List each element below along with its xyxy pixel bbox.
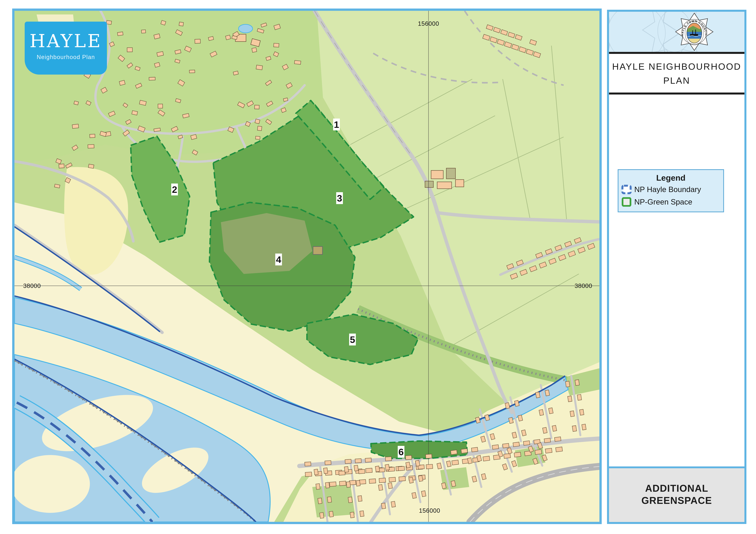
logo-title: HAYLE	[25, 32, 107, 50]
pond	[238, 24, 253, 33]
hayle-logo: HAYLE Neighbourhood Plan	[25, 22, 107, 75]
legend-item-boundary: NP Hayle Boundary	[621, 184, 723, 195]
grid-label-bottom: 156000	[419, 507, 440, 514]
greenspace-label-6: 6	[398, 446, 404, 458]
legend-title: Legend	[618, 173, 723, 183]
grid-label-left: 38000	[23, 282, 41, 289]
crest-band: HAYLE TOWN COUNCIL	[609, 12, 744, 52]
greenspace-label-5: 5	[349, 334, 356, 345]
greenspace-label-2: 2	[171, 184, 178, 195]
sidebar-title-line2: PLAN	[609, 74, 744, 88]
grid-label-right: 38000	[575, 282, 592, 289]
legend-item-label: NP-Green Space	[634, 197, 692, 206]
grid-label-top: 156000	[418, 20, 439, 27]
divider-bottom	[609, 92, 744, 94]
town-council-crest: HAYLE TOWN COUNCIL	[609, 12, 744, 52]
map-title-line1: ADDITIONAL	[609, 482, 744, 495]
greenspace-label-4: 4	[275, 254, 282, 266]
map-title-box: ADDITIONAL GREENSPACE	[609, 467, 744, 522]
greenspace-label-3: 3	[336, 192, 343, 204]
sidebar: HAYLE TOWN COUNCIL HAYLE NEIGHBOURHOOD P…	[607, 10, 746, 524]
boundary-symbol-icon	[621, 185, 632, 194]
map-container	[12, 9, 602, 524]
divider-top	[609, 52, 744, 54]
greenspace-label-1: 1	[333, 118, 340, 130]
greenspace-6	[371, 441, 467, 458]
building-in-greenspace-4	[313, 246, 322, 254]
legend-item-greenspace: NP-Green Space	[621, 196, 723, 207]
greenspace-symbol-icon	[621, 197, 632, 207]
legend-item-label: NP Hayle Boundary	[634, 185, 701, 194]
plan-page: 156000 38000 38000 156000 1 2 3 4 5 6 HA…	[0, 0, 756, 534]
logo-subtitle: Neighbourhood Plan	[25, 54, 107, 61]
map-canvas	[14, 11, 599, 522]
sidebar-title: HAYLE NEIGHBOURHOOD PLAN	[609, 60, 744, 88]
sidebar-title-line1: HAYLE NEIGHBOURHOOD	[609, 60, 744, 74]
crest-badge: HAYLE TOWN COUNCIL	[676, 13, 713, 51]
map-title-line2: GREENSPACE	[609, 495, 744, 507]
legend: Legend NP Hayle Boundary NP-Green Space	[618, 169, 724, 212]
